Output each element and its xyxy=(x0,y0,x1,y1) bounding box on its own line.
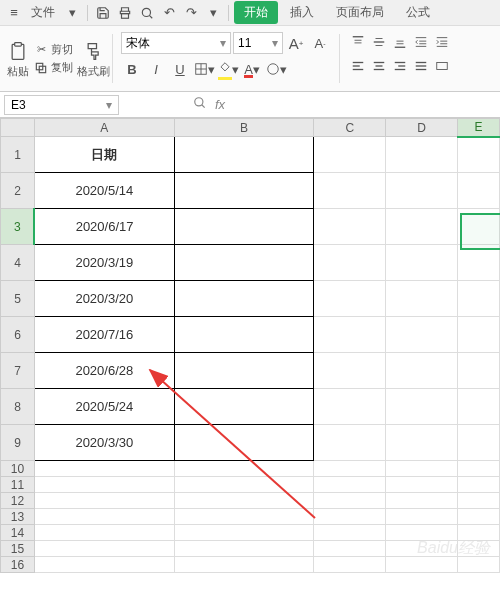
cell[interactable] xyxy=(458,245,500,281)
tab-start[interactable]: 开始 xyxy=(234,1,278,24)
preview-icon[interactable] xyxy=(137,3,157,23)
cell[interactable] xyxy=(314,525,386,541)
cell-A2[interactable]: 2020/5/14 xyxy=(34,173,174,209)
cell-B1[interactable] xyxy=(174,137,314,173)
cell-A5[interactable]: 2020/3/20 xyxy=(34,281,174,317)
row-header[interactable]: 3 xyxy=(1,209,35,245)
cell[interactable] xyxy=(386,509,458,525)
align-left-icon[interactable] xyxy=(348,56,368,76)
save-icon[interactable] xyxy=(93,3,113,23)
cell[interactable] xyxy=(314,137,386,173)
redo-icon[interactable]: ↷ xyxy=(181,3,201,23)
align-middle-icon[interactable] xyxy=(369,32,389,52)
cell[interactable] xyxy=(314,173,386,209)
cell[interactable] xyxy=(314,461,386,477)
row-header[interactable]: 2 xyxy=(1,173,35,209)
effects-button[interactable]: ▾ xyxy=(265,58,287,80)
cut-button[interactable]: ✂ 剪切 xyxy=(34,42,73,57)
cell[interactable] xyxy=(34,461,174,477)
cell[interactable] xyxy=(34,493,174,509)
row-header[interactable]: 9 xyxy=(1,425,35,461)
cell[interactable] xyxy=(458,353,500,389)
cell-B5[interactable] xyxy=(174,281,314,317)
cell-A3[interactable]: 2020/6/17 xyxy=(34,209,174,245)
cell[interactable] xyxy=(314,541,386,557)
cell-B8[interactable] xyxy=(174,389,314,425)
cell-B7[interactable] xyxy=(174,353,314,389)
cell[interactable] xyxy=(314,281,386,317)
cell[interactable] xyxy=(314,509,386,525)
cell[interactable] xyxy=(174,557,314,573)
tab-layout[interactable]: 页面布局 xyxy=(326,1,394,24)
cell-A6[interactable]: 2020/7/16 xyxy=(34,317,174,353)
row-header[interactable]: 15 xyxy=(1,541,35,557)
cell[interactable] xyxy=(314,425,386,461)
cell[interactable] xyxy=(314,317,386,353)
cell[interactable] xyxy=(458,209,500,245)
font-size-select[interactable]: 11 ▾ xyxy=(233,32,283,54)
col-header-E[interactable]: E xyxy=(458,119,500,137)
cell[interactable] xyxy=(314,493,386,509)
cell[interactable] xyxy=(458,425,500,461)
cell-A9[interactable]: 2020/3/30 xyxy=(34,425,174,461)
cell[interactable] xyxy=(458,461,500,477)
align-top-icon[interactable] xyxy=(348,32,368,52)
cell[interactable] xyxy=(386,209,458,245)
cell[interactable] xyxy=(34,509,174,525)
tab-formula[interactable]: 公式 xyxy=(396,1,440,24)
col-header-B[interactable]: B xyxy=(174,119,314,137)
underline-button[interactable]: U xyxy=(169,58,191,80)
decrease-font-icon[interactable]: A- xyxy=(309,32,331,54)
cell[interactable] xyxy=(34,557,174,573)
cell[interactable] xyxy=(458,493,500,509)
tab-insert[interactable]: 插入 xyxy=(280,1,324,24)
font-color-button[interactable]: A▾ xyxy=(241,58,263,80)
row-header[interactable]: 12 xyxy=(1,493,35,509)
select-all-corner[interactable] xyxy=(1,119,35,137)
cell[interactable] xyxy=(458,317,500,353)
row-header[interactable]: 16 xyxy=(1,557,35,573)
italic-button[interactable]: I xyxy=(145,58,167,80)
file-menu[interactable]: 文件 xyxy=(26,4,60,21)
cell[interactable] xyxy=(314,209,386,245)
cell-B3[interactable] xyxy=(174,209,314,245)
print-icon[interactable] xyxy=(115,3,135,23)
cell[interactable] xyxy=(386,389,458,425)
cell-B4[interactable] xyxy=(174,245,314,281)
border-button[interactable]: ▾ xyxy=(193,58,215,80)
cell[interactable] xyxy=(314,557,386,573)
cell[interactable] xyxy=(458,389,500,425)
cell-B6[interactable] xyxy=(174,317,314,353)
increase-font-icon[interactable]: A+ xyxy=(285,32,307,54)
row-header[interactable]: 11 xyxy=(1,477,35,493)
cell-A4[interactable]: 2020/3/19 xyxy=(34,245,174,281)
fx-button[interactable]: fx xyxy=(215,97,225,112)
row-header[interactable]: 8 xyxy=(1,389,35,425)
name-box[interactable]: E3 ▾ xyxy=(4,95,119,115)
indent-left-icon[interactable] xyxy=(411,32,431,52)
merge-icon[interactable] xyxy=(432,56,452,76)
col-header-A[interactable]: A xyxy=(34,119,174,137)
cell[interactable] xyxy=(174,525,314,541)
row-header[interactable]: 7 xyxy=(1,353,35,389)
cell[interactable] xyxy=(386,137,458,173)
cell[interactable] xyxy=(386,245,458,281)
cell[interactable] xyxy=(386,317,458,353)
row-header[interactable]: 6 xyxy=(1,317,35,353)
cell-A7[interactable]: 2020/6/28 xyxy=(34,353,174,389)
cell[interactable] xyxy=(386,281,458,317)
undo-icon[interactable]: ↶ xyxy=(159,3,179,23)
dropdown-icon[interactable]: ▾ xyxy=(62,3,82,23)
cell[interactable] xyxy=(458,173,500,209)
row-header[interactable]: 4 xyxy=(1,245,35,281)
align-bottom-icon[interactable] xyxy=(390,32,410,52)
col-header-D[interactable]: D xyxy=(386,119,458,137)
more-icon[interactable]: ▾ xyxy=(203,3,223,23)
cell[interactable] xyxy=(174,493,314,509)
cell-B2[interactable] xyxy=(174,173,314,209)
zoom-icon[interactable] xyxy=(193,96,207,113)
cell[interactable] xyxy=(174,509,314,525)
bold-button[interactable]: B xyxy=(121,58,143,80)
align-center-icon[interactable] xyxy=(369,56,389,76)
row-header[interactable]: 10 xyxy=(1,461,35,477)
